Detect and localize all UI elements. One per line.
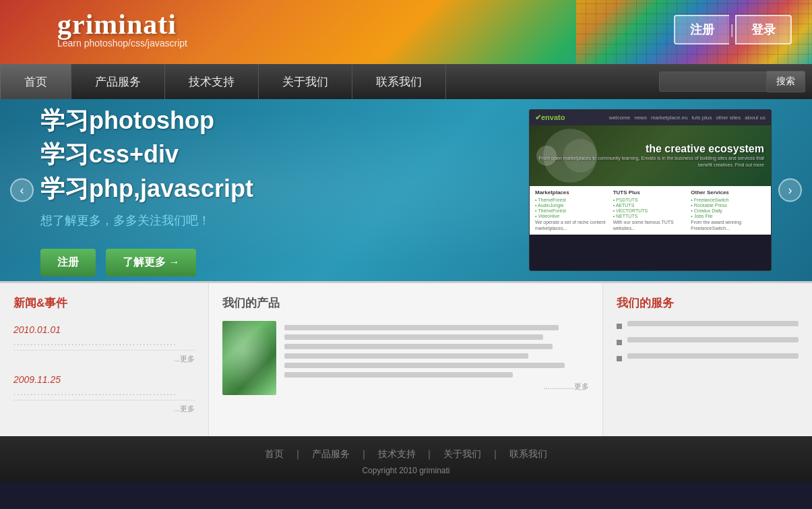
product-more[interactable]: ...............更多: [284, 382, 589, 392]
slider-title: 学习photoshop 学习css+div 学习php,javascript: [40, 104, 529, 206]
chevron-right-icon: ›: [788, 183, 792, 198]
header-divider: |: [729, 22, 735, 38]
news-more-1[interactable]: ...更多: [13, 354, 195, 364]
slider-title-line2: 学习css+div: [40, 138, 529, 171]
slider-preview: ✔envato welcome news marketplace.eu tuts…: [529, 109, 772, 271]
envato-logo: ✔envato: [535, 113, 565, 122]
content-section: 新闻&事件 2010.01.01 .......................…: [0, 281, 812, 436]
footer-separator-3: ｜: [425, 448, 434, 459]
envato-sections: Marketplaces • ThemeForest • AudioJungle…: [530, 186, 771, 235]
logo-area: griminati Learn photoshop/css/javascript: [57, 8, 187, 49]
news-date-2: 2009.11.25: [13, 374, 195, 385]
envato-other: Other Services • FreelanceSwitch • Rocka…: [691, 189, 766, 231]
news-column: 新闻&事件 2010.01.01 .......................…: [0, 283, 209, 436]
footer-separator-2: ｜: [359, 448, 369, 459]
news-date-1: 2010.01.01: [13, 324, 195, 335]
envato-marketplaces: Marketplaces • ThemeForest • AudioJungle…: [535, 189, 610, 231]
envato-body: the creative ecosystem From open marketp…: [530, 125, 771, 186]
envato-header: ✔envato welcome news marketplace.eu tuts…: [530, 110, 771, 125]
service-bullet-3: [617, 356, 622, 361]
services-column: 我们的服务: [603, 283, 812, 436]
news-title: 新闻&事件: [13, 295, 195, 314]
nav-items: 首页 产品服务 技术支持 关于我们 联系我们: [0, 64, 659, 99]
footer-nav-about[interactable]: 关于我们: [443, 448, 481, 459]
slider-prev-button[interactable]: ‹: [10, 179, 34, 202]
product-item: ...............更多: [222, 321, 589, 395]
sidebar-item-about[interactable]: 关于我们: [259, 64, 352, 99]
login-button[interactable]: 登录: [735, 15, 792, 44]
news-dots-2: ........................................…: [13, 388, 195, 400]
footer-nav-home[interactable]: 首页: [265, 448, 284, 459]
header: griminati Learn photoshop/css/javascript…: [0, 0, 812, 64]
service-line-2: [627, 337, 799, 342]
news-more-2[interactable]: ...更多: [13, 404, 195, 414]
footer-copyright: Copyright 2010 griminati: [0, 466, 812, 475]
search-input[interactable]: [659, 71, 767, 92]
sidebar-item-support[interactable]: 技术支持: [165, 64, 259, 99]
product-line-4: [284, 353, 528, 359]
service-item-3: [617, 353, 799, 361]
service-line-3: [627, 353, 799, 359]
news-dots-1: ........................................…: [13, 338, 195, 351]
slider-register-button[interactable]: 注册: [40, 249, 96, 276]
slider-more-button[interactable]: 了解更多 →: [106, 249, 196, 276]
footer: 首页 ｜ 产品服务 ｜ 技术支持 ｜ 关于我们 ｜ 联系我们 Copyright…: [0, 436, 812, 482]
search-button[interactable]: 搜索: [767, 71, 805, 92]
logo-tagline: Learn photoshop/css/javascript: [57, 38, 187, 49]
service-bullet-2: [617, 340, 622, 345]
service-item-1: [617, 321, 799, 329]
service-bullet-1: [617, 324, 622, 329]
footer-nav-products[interactable]: 产品服务: [312, 448, 350, 459]
product-line-1: [284, 325, 559, 330]
slider-content-left: 学习photoshop 学习css+div 学习php,javascript 想…: [40, 104, 529, 276]
service-item-2: [617, 337, 799, 345]
footer-nav-support[interactable]: 技术支持: [378, 448, 416, 459]
products-title: 我们的产品: [222, 295, 589, 311]
products-column: 我们的产品 ...............更多: [209, 283, 603, 436]
hero-slider: ‹ 学习photoshop 学习css+div 学习php,javascript…: [0, 99, 812, 281]
footer-separator-1: ｜: [293, 448, 303, 459]
footer-nav: 首页 ｜ 产品服务 ｜ 技术支持 ｜ 关于我们 ｜ 联系我们: [0, 448, 812, 460]
slider-next-button[interactable]: ›: [778, 179, 802, 202]
service-line-1: [627, 321, 799, 326]
footer-nav-contact[interactable]: 联系我们: [509, 448, 547, 459]
header-buttons: 注册 | 登录: [674, 15, 792, 44]
product-lines: ...............更多: [284, 321, 589, 395]
footer-separator-4: ｜: [491, 448, 500, 459]
search-area: 搜索: [659, 64, 812, 99]
slider-title-line3: 学习php,javascript: [40, 172, 529, 206]
product-thumbnail: [222, 321, 276, 395]
sidebar-item-products[interactable]: 产品服务: [71, 64, 165, 99]
product-line-6: [284, 372, 513, 378]
envato-preview: ✔envato welcome news marketplace.eu tuts…: [529, 109, 772, 271]
envato-tagline: the creative ecosystem From open marketp…: [530, 143, 771, 169]
register-button[interactable]: 注册: [674, 15, 729, 44]
product-line-5: [284, 363, 565, 368]
envato-tuts: TUTS Plus • PSDTUTS • AETUTS • VECTORTUT…: [613, 189, 688, 231]
sidebar-item-home[interactable]: 首页: [0, 64, 71, 99]
slider-subtitle: 想了解更多，多多关注我们吧！: [40, 212, 529, 229]
slider-title-line1: 学习photoshop: [40, 104, 529, 138]
product-line-2: [284, 334, 543, 340]
slider-buttons: 注册 了解更多 →: [40, 249, 529, 276]
chevron-left-icon: ‹: [20, 183, 24, 198]
sidebar-item-contact[interactable]: 联系我们: [352, 64, 446, 99]
navigation: 首页 产品服务 技术支持 关于我们 联系我们 搜索: [0, 64, 812, 99]
product-line-3: [284, 344, 553, 349]
services-title: 我们的服务: [617, 295, 799, 311]
envato-nav: welcome news marketplace.eu tuts plus ot…: [609, 115, 766, 121]
logo: griminati: [57, 8, 187, 40]
